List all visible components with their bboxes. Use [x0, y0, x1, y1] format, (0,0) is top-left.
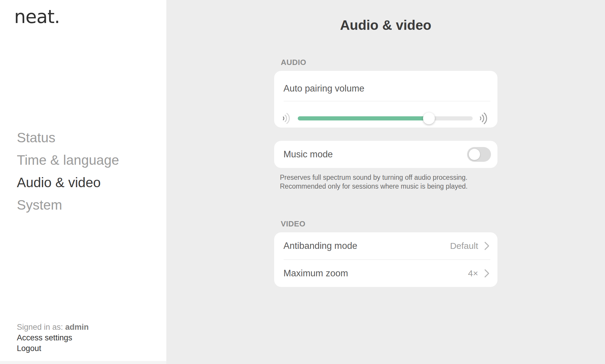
- sidebar-item-system[interactable]: System: [17, 194, 119, 216]
- chevron-right-icon: [484, 241, 490, 251]
- account-section: Signed in as: admin Access settings Logo…: [17, 322, 89, 354]
- sidebar-bottom-strip: [0, 361, 166, 364]
- signed-in-status: Signed in as: admin: [17, 322, 89, 332]
- music-mode-toggle[interactable]: [467, 147, 491, 162]
- sidebar-item-audio-video[interactable]: Audio & video: [17, 171, 119, 194]
- video-section-header: VIDEO: [274, 219, 497, 228]
- maximum-zoom-row[interactable]: Maximum zoom 4×: [274, 260, 497, 287]
- sidebar-nav: Status Time & language Audio & video Sys…: [17, 126, 119, 216]
- neat-logo: neat.: [14, 6, 60, 27]
- maximum-zoom-label: Maximum zoom: [284, 268, 348, 279]
- antibanding-mode-value: Default: [450, 241, 478, 251]
- signed-in-username: admin: [65, 323, 89, 332]
- antibanding-mode-label: Antibanding mode: [284, 241, 357, 251]
- music-mode-label: Music mode: [284, 149, 333, 160]
- chevron-right-icon: [484, 269, 490, 278]
- antibanding-mode-row[interactable]: Antibanding mode Default: [274, 232, 497, 259]
- music-mode-description: Preserves full spectrum sound by turning…: [274, 173, 481, 191]
- auto-pairing-volume-slider[interactable]: [298, 116, 473, 120]
- slider-fill: [298, 116, 429, 120]
- access-settings-link[interactable]: Access settings: [17, 332, 89, 343]
- slider-thumb[interactable]: [423, 112, 435, 124]
- audio-section-header: AUDIO: [274, 58, 497, 67]
- music-mode-card: Music mode: [274, 141, 497, 168]
- sidebar-item-status[interactable]: Status: [17, 126, 119, 149]
- main-panel: Audio & video AUDIO Auto pairing volume: [166, 0, 605, 364]
- auto-pairing-volume-card: Auto pairing volume: [274, 71, 497, 128]
- volume-low-icon: [282, 112, 292, 125]
- video-settings-card: Antibanding mode Default Maximum zoom 4×: [274, 232, 497, 287]
- maximum-zoom-value: 4×: [468, 268, 478, 278]
- sidebar: neat. Status Time & language Audio & vid…: [0, 0, 166, 364]
- page-title: Audio & video: [274, 17, 497, 33]
- toggle-knob: [469, 149, 480, 160]
- logout-link[interactable]: Logout: [17, 343, 89, 354]
- volume-high-icon: [479, 111, 490, 125]
- auto-pairing-volume-label: Auto pairing volume: [284, 83, 365, 94]
- sidebar-item-time-language[interactable]: Time & language: [17, 149, 119, 171]
